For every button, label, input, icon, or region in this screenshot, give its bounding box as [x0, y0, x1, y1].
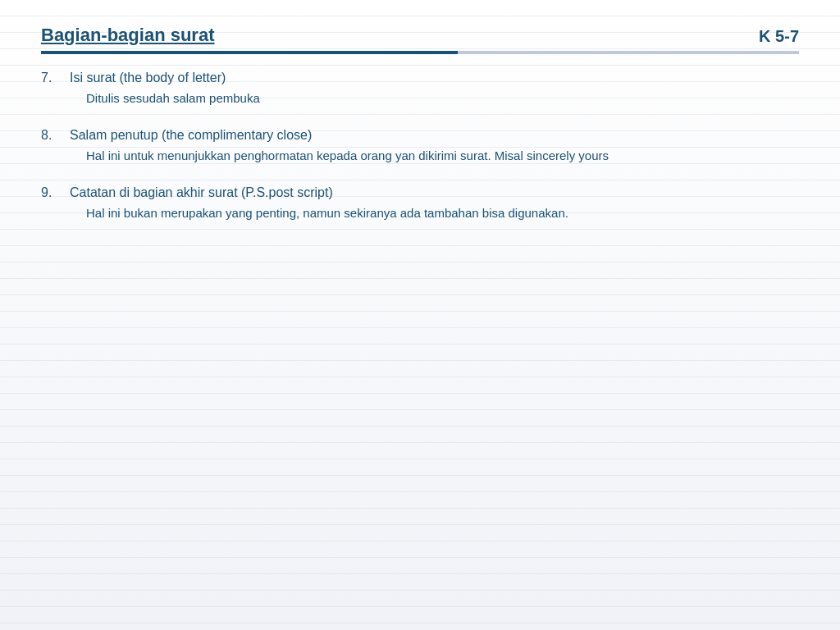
slide: Bagian-bagian surat K 5-7 7. Isi surat (… [0, 0, 840, 630]
item-title: Salam penutup (the complimentary close) [70, 128, 799, 143]
slide-title: Bagian-bagian surat [41, 25, 214, 46]
item-number: 8. [41, 128, 70, 166]
content-area: 7. Isi surat (the body of letter) Dituli… [41, 71, 799, 223]
slide-code: K 5-7 [759, 27, 799, 46]
item-body: Isi surat (the body of letter) Ditulis s… [70, 71, 799, 108]
item-body: Salam penutup (the complimentary close) … [70, 128, 799, 166]
list-item: 9. Catatan di bagian akhir surat (P.S.po… [41, 185, 799, 223]
item-number: 7. [41, 71, 70, 108]
header-divider [41, 51, 799, 54]
item-description: Hal ini bukan merupakan yang penting, na… [70, 203, 799, 223]
item-number: 9. [41, 185, 70, 223]
list-item: 8. Salam penutup (the complimentary clos… [41, 128, 799, 166]
header: Bagian-bagian surat K 5-7 [41, 25, 799, 54]
item-description: Hal ini untuk menunjukkan penghormatan k… [70, 146, 799, 166]
item-title: Catatan di bagian akhir surat (P.S.post … [70, 185, 799, 200]
item-description: Ditulis sesudah salam pembuka [70, 89, 799, 108]
list-item: 7. Isi surat (the body of letter) Dituli… [41, 71, 799, 108]
item-body: Catatan di bagian akhir surat (P.S.post … [70, 185, 799, 223]
header-title-row: Bagian-bagian surat K 5-7 [41, 25, 799, 49]
item-title: Isi surat (the body of letter) [70, 71, 799, 85]
